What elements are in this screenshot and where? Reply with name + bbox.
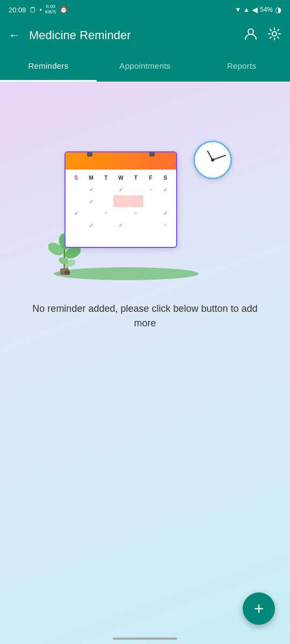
cal-cell: [98, 195, 113, 207]
calendar-header: [66, 152, 176, 170]
app-bar: ← Medicine Reminder: [0, 19, 290, 52]
cal-cell: ≡: [128, 207, 143, 219]
cal-cell: ✓: [158, 184, 173, 195]
illustration: S M T W T F S ✓ ✓ ≡ ✓: [64, 146, 226, 275]
tabs-bar: Reminders Appointments Reports: [0, 52, 290, 82]
back-button[interactable]: ←: [9, 28, 20, 42]
cal-cell: [128, 184, 143, 195]
cal-cell: ≡: [143, 184, 158, 195]
cal-cell: [69, 195, 84, 207]
svg-rect-10: [64, 270, 70, 275]
cal-cell: [113, 207, 128, 219]
cal-day-m: M: [84, 172, 99, 184]
cal-cell: [143, 195, 158, 207]
cal-cell: ✓: [113, 219, 128, 231]
svg-point-1: [272, 32, 277, 36]
main-content: S M T W T F S ✓ ✓ ≡ ✓: [0, 82, 290, 644]
cal-day-s1: S: [69, 172, 84, 184]
settings-icon[interactable]: [267, 27, 281, 44]
cal-cell: ✓: [84, 184, 99, 195]
battery-icon: ◑: [275, 5, 281, 14]
add-reminder-fab[interactable]: +: [243, 592, 275, 625]
empty-state-message: No reminder added, please click below bu…: [0, 302, 290, 331]
app-bar-icons: [244, 27, 281, 44]
time-display: 20:08: [9, 6, 26, 14]
signal-icon-2: ◀: [252, 5, 258, 14]
tab-reports[interactable]: Reports: [193, 52, 290, 82]
cal-cell: [69, 219, 84, 231]
app-title: Medicine Reminder: [29, 28, 235, 42]
cal-cell: ✓: [84, 195, 99, 207]
clock-illustration: [193, 141, 236, 184]
cal-day-t1: T: [98, 172, 113, 184]
plant-small: [59, 248, 75, 275]
cal-cell: [98, 219, 113, 231]
clock-face: [193, 141, 232, 179]
cal-cell: ≡: [158, 219, 173, 231]
calendar-body: S M T W T F S ✓ ✓ ≡ ✓: [66, 170, 176, 233]
cal-cell: ≡: [98, 207, 113, 219]
cal-day-s2: S: [158, 172, 173, 184]
status-right: ▼ ▲ ◀ 54% ◑: [235, 5, 281, 14]
dot-indicator: •: [40, 6, 42, 14]
cal-cell: ✓: [69, 207, 84, 219]
cal-cell-highlight: [113, 195, 128, 207]
signal-icon: ▲: [243, 6, 250, 13]
cal-cell: ✓: [113, 184, 128, 195]
cal-cell: [143, 207, 158, 219]
clock-minute-hand: [213, 155, 226, 160]
bottom-nav-indicator: [113, 638, 177, 640]
tab-reminders[interactable]: Reminders: [0, 52, 97, 82]
cal-cell: [69, 184, 84, 195]
note-icon: 🗒: [30, 6, 37, 14]
cal-cell: [128, 219, 143, 231]
cal-day-t2: T: [128, 172, 143, 184]
cal-cell: [84, 207, 99, 219]
tab-appointments[interactable]: Appointments: [97, 52, 193, 82]
wifi-icon: ▼: [235, 6, 241, 13]
calendar-illustration: S M T W T F S ✓ ✓ ≡ ✓: [64, 151, 177, 248]
battery-text: 54%: [260, 6, 273, 13]
status-left: 20:08 🗒 • 0.00 KB/S ⏰: [9, 4, 68, 15]
cal-cell: [158, 195, 173, 207]
cal-cell-highlight: [128, 195, 143, 207]
clock-center-dot: [211, 158, 214, 162]
svg-point-0: [248, 29, 253, 34]
status-bar: 20:08 🗒 • 0.00 KB/S ⏰ ▼ ▲ ◀ 54% ◑: [0, 0, 290, 19]
network-speed: 0.00 KB/S: [45, 4, 56, 15]
cal-cell: ✓: [158, 207, 173, 219]
cal-day-f: F: [143, 172, 158, 184]
cal-cell: [98, 184, 113, 195]
alarm-icon: ⏰: [60, 6, 68, 13]
cal-day-w: W: [113, 172, 128, 184]
cal-cell: ✓: [84, 219, 99, 231]
profile-icon[interactable]: [244, 27, 258, 44]
cal-cell: [143, 219, 158, 231]
